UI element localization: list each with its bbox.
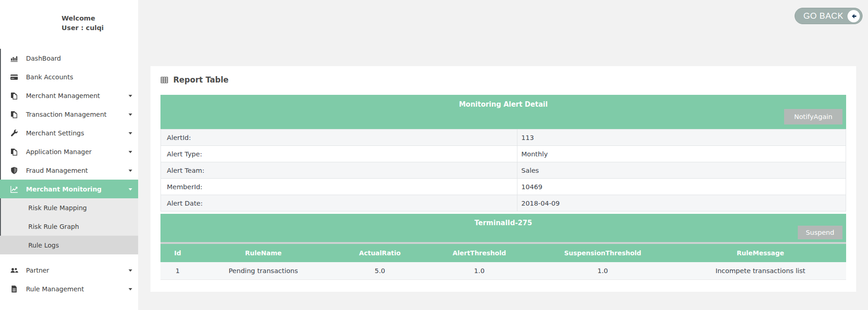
sidebar-item-partner[interactable]: Partner: [0, 261, 138, 279]
column-header: RuleName: [195, 244, 332, 262]
shield-icon: [9, 166, 19, 175]
field-label: MemberId:: [161, 179, 517, 195]
field-label: Alert Team:: [161, 162, 517, 179]
alert-detail-table: AlertId: 113 Alert Type: Monthly Alert T…: [160, 129, 846, 212]
sidebar-item-label: DashBoard: [26, 55, 61, 62]
chevron-down-icon: [129, 95, 132, 97]
wrench-icon: [9, 129, 19, 137]
welcome-username: User : culqi: [62, 23, 138, 33]
main-content: GO BACK Report Table Monitoring Alert De…: [138, 0, 868, 310]
merchant-monitoring-submenu: Risk Rule Mapping Risk Rule Graph Rule L…: [0, 198, 138, 254]
chevron-down-icon: [129, 170, 132, 172]
chevron-down-icon: [129, 269, 132, 272]
sidebar-item-label: Application Manager: [26, 148, 92, 155]
sidebar-item-label: Transaction Management: [26, 111, 107, 118]
chevron-down-icon: [129, 114, 132, 116]
sidebar-item-application-manager[interactable]: Application Manager: [0, 142, 138, 161]
rule-table: Id RuleName ActualRatio AlertThreshold S…: [160, 244, 846, 280]
table-row: 1 Pending transactions 5.0 1.0 1.0 Incom…: [160, 262, 846, 279]
alert-detail-header: Monitoring Alert Detail NotifyAgain: [160, 95, 846, 129]
table-grid-icon: [160, 76, 168, 84]
detail-row: Alert Type: Monthly: [161, 146, 846, 162]
sidebar-item-label: Fraud Management: [26, 167, 88, 174]
field-label: Alert Date:: [161, 195, 517, 212]
rule-name-cell: Pending transactions: [195, 262, 332, 279]
chevron-down-icon: [129, 188, 132, 191]
sidebar-item-fraud-management[interactable]: Fraud Management: [0, 161, 138, 180]
chevron-down-icon: [129, 151, 132, 153]
sidebar-item-label: Risk Rule Graph: [28, 223, 79, 230]
sidebar-item-label: Bank Accounts: [26, 73, 73, 81]
menu-spacer: [0, 254, 138, 261]
welcome-text: Welcome: [62, 14, 138, 23]
terminal-header: TerminalId-275 Suspend: [160, 214, 846, 242]
sidebar-item-label: Rule Logs: [28, 242, 59, 249]
detail-row: AlertId: 113: [161, 129, 846, 146]
notify-again-button[interactable]: NotifyAgain: [784, 109, 842, 124]
sidebar-menu: DashBoard Bank Accounts Merchant Managem…: [0, 49, 138, 298]
arrow-left-icon: [850, 13, 857, 20]
copy-icon: [9, 92, 19, 100]
report-table-heading: Report Table: [160, 75, 846, 84]
report-card: Report Table Monitoring Alert Detail Not…: [150, 66, 856, 292]
detail-row: Alert Date: 2018-04-09: [161, 195, 846, 212]
field-value: Sales: [517, 162, 846, 179]
detail-row: MemberId: 10469: [161, 179, 846, 195]
sidebar-item-merchant-monitoring[interactable]: Merchant Monitoring: [0, 180, 138, 198]
sidebar-item-merchant-settings[interactable]: Merchant Settings: [0, 124, 138, 142]
bar-chart-icon: [9, 54, 19, 62]
rule-id-cell: 1: [160, 262, 195, 279]
sidebar: Welcome User : culqi DashBoard Bank Acco…: [0, 0, 138, 310]
sidebar-item-merchant-management[interactable]: Merchant Management: [0, 86, 138, 105]
column-header: Id: [160, 244, 195, 262]
field-value: 10469: [517, 179, 846, 195]
sidebar-item-label: Merchant Settings: [26, 129, 84, 137]
sidebar-item-label: Risk Rule Mapping: [28, 204, 87, 212]
go-back-button[interactable]: GO BACK: [795, 8, 863, 24]
rule-message-cell: Incompete transactions list: [675, 262, 846, 279]
sidebar-item-label: Merchant Monitoring: [26, 186, 102, 193]
field-label: Alert Type:: [161, 146, 517, 162]
sidebar-item-transaction-management[interactable]: Transaction Management: [0, 105, 138, 124]
terminal-title: TerminalId-275: [160, 219, 846, 227]
field-value: Monthly: [517, 146, 846, 162]
sidebar-item-label: Rule Management: [26, 285, 84, 293]
column-header: ActualRatio: [332, 244, 428, 262]
chevron-down-icon: [129, 132, 132, 134]
back-arrow-circle: [847, 10, 860, 22]
suspension-threshold-cell: 1.0: [531, 262, 675, 279]
sidebar-item-rule-management[interactable]: Rule Management: [0, 279, 138, 298]
suspend-button[interactable]: Suspend: [798, 226, 842, 239]
credit-card-icon: [9, 73, 19, 81]
column-header: SuspensionThreshold: [531, 244, 675, 262]
column-header: RuleMessage: [675, 244, 846, 262]
actual-ratio-cell: 5.0: [332, 262, 428, 279]
copy-icon: [9, 148, 19, 156]
sidebar-item-label: Partner: [26, 267, 49, 274]
alert-threshold-cell: 1.0: [428, 262, 531, 279]
page-title: Report Table: [173, 75, 228, 84]
sidebar-item-risk-rule-mapping[interactable]: Risk Rule Mapping: [0, 198, 138, 217]
alert-detail-title: Monitoring Alert Detail: [160, 100, 846, 108]
field-value: 113: [517, 129, 846, 146]
copy-icon: [9, 110, 19, 119]
file-text-icon: [9, 285, 19, 293]
sidebar-item-rule-logs[interactable]: Rule Logs: [0, 236, 138, 254]
sidebar-item-bank-accounts[interactable]: Bank Accounts: [0, 67, 138, 86]
sidebar-item-label: Merchant Management: [26, 92, 100, 99]
field-label: AlertId:: [161, 129, 517, 146]
welcome-user-block: Welcome User : culqi: [62, 14, 138, 33]
sidebar-item-risk-rule-graph[interactable]: Risk Rule Graph: [0, 217, 138, 236]
line-chart-icon: [9, 185, 19, 193]
users-icon: [9, 266, 19, 274]
field-value: 2018-04-09: [517, 195, 846, 212]
rule-table-header-row: Id RuleName ActualRatio AlertThreshold S…: [160, 244, 846, 262]
column-header: AlertThreshold: [428, 244, 531, 262]
sidebar-item-dashboard[interactable]: DashBoard: [0, 49, 138, 67]
chevron-down-icon: [129, 288, 132, 290]
go-back-label: GO BACK: [803, 11, 843, 21]
detail-row: Alert Team: Sales: [161, 162, 846, 179]
